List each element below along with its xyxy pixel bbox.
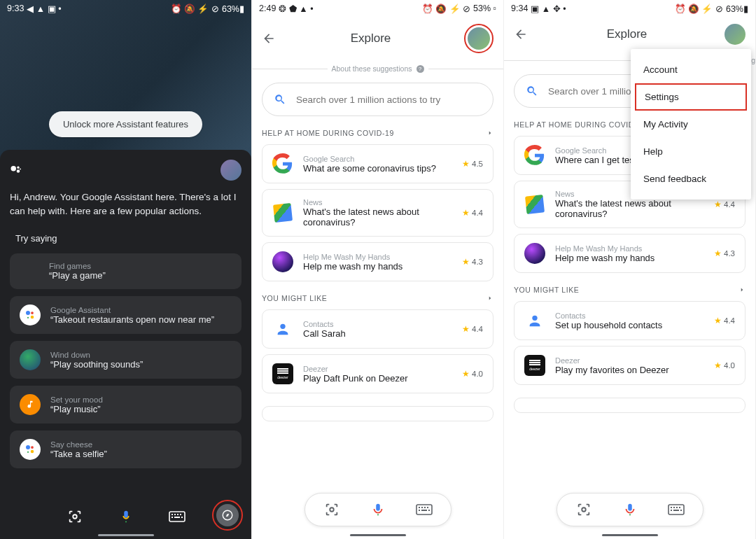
svg-point-22	[280, 324, 285, 329]
nav-handle[interactable]	[98, 534, 154, 536]
lens-button[interactable]	[65, 507, 85, 526]
search-icon	[274, 93, 286, 106]
back-button[interactable]	[514, 27, 529, 42]
card-category: Help Me Wash My Hands	[303, 253, 452, 261]
menu-item-settings-highlighted[interactable]: Settings	[635, 83, 747, 111]
status-icons-right: ⏰ 🔕 ⚡ ⊘	[422, 4, 470, 14]
card-rating: 4.4	[724, 200, 735, 209]
action-card[interactable]: deezer DeezerPlay my favorites on Deezer…	[514, 346, 746, 385]
suggestion-card[interactable]: Set your mood“Play music”	[10, 386, 241, 424]
suggestion-card[interactable]: Find games“Play a game”	[10, 253, 241, 289]
mic-button[interactable]	[620, 500, 640, 519]
svg-rect-20	[181, 517, 183, 518]
avatar[interactable]	[724, 24, 746, 45]
svg-rect-36	[673, 507, 675, 508]
nav-handle[interactable]	[602, 534, 658, 536]
contact-icon	[524, 310, 545, 331]
news-icon	[272, 202, 293, 223]
search-field[interactable]	[262, 83, 493, 116]
suggestion-card[interactable]: Wind down“Play soothing sounds”	[10, 341, 241, 379]
avatar-highlighted[interactable]	[464, 24, 493, 53]
deezer-icon: deezer	[524, 355, 545, 376]
chevron-right-icon[interactable]	[738, 286, 746, 293]
suggestion-query: “Play soothing sounds”	[50, 359, 143, 370]
suggestion-card[interactable]: Google Assistant“Takeout restaurants ope…	[10, 296, 241, 334]
action-card[interactable]: Help Me Wash My HandsHelp me wash my han…	[262, 242, 493, 281]
suggestion-category: Say cheese	[50, 440, 107, 449]
svg-rect-25	[419, 507, 420, 508]
svg-rect-30	[421, 510, 427, 511]
earth-icon	[20, 349, 41, 370]
svg-rect-18	[172, 517, 173, 518]
action-card[interactable]: Google SearchWhat are some coronavirus t…	[262, 144, 493, 183]
menu-item-send-feedback[interactable]: Send feedback	[631, 165, 751, 192]
keyboard-button[interactable]	[167, 507, 187, 526]
suggestions-hint[interactable]: About these suggestions?	[252, 64, 503, 73]
menu-item-my-activity[interactable]: My Activity	[631, 111, 751, 138]
card-rating: 4.3	[472, 258, 483, 266]
keyboard-button[interactable]	[666, 500, 686, 519]
suggestion-category: Google Assistant	[50, 306, 214, 314]
assistant-dots-icon	[20, 304, 41, 326]
svg-rect-28	[427, 507, 428, 508]
card-query: Call Sarah	[303, 328, 452, 339]
unlock-pill[interactable]: Unlock more Assistant features	[49, 111, 202, 137]
search-input[interactable]	[296, 94, 482, 105]
svg-rect-26	[421, 507, 423, 508]
card-rating: 4.4	[472, 209, 483, 217]
svg-point-23	[330, 507, 334, 512]
compass-icon	[216, 504, 239, 526]
assist-bottom-bar	[556, 493, 704, 526]
card-rating: 4.0	[724, 361, 735, 370]
card-rating: 4.4	[724, 316, 735, 325]
status-icons-right: ⏰ 🔕 ⚡ ⊘	[675, 4, 723, 14]
action-card[interactable]: deezer DeezerPlay Daft Punk on Deezer ★4…	[262, 354, 493, 393]
star-icon: ★	[714, 360, 722, 370]
card-rating: 4.0	[472, 370, 483, 378]
mic-button[interactable]	[368, 500, 388, 519]
suggestion-query: “Play music”	[50, 404, 103, 414]
menu-item-help[interactable]: Help	[631, 138, 751, 165]
menu-item-account[interactable]: Account	[631, 56, 751, 83]
status-icons-left: ▣ ▲ ✥ •	[531, 4, 566, 14]
svg-rect-29	[419, 510, 420, 511]
greeting-text: Hi, Andrew. Your Google Assistant here. …	[10, 190, 241, 218]
explore-button-highlighted[interactable]	[212, 500, 243, 531]
card-query: Play my favorites on Deezer	[555, 365, 704, 375]
svg-rect-37	[676, 507, 678, 508]
lens-button[interactable]	[574, 500, 594, 519]
card-category: Deezer	[555, 356, 704, 365]
mic-button[interactable]	[116, 507, 136, 526]
lens-button[interactable]	[322, 500, 342, 519]
try-saying-label: Try saying	[15, 233, 241, 244]
svg-point-2	[17, 169, 20, 173]
avatar[interactable]	[220, 160, 241, 181]
svg-point-12	[73, 514, 77, 519]
back-button[interactable]	[262, 31, 277, 46]
card-query: What are some coronavirus tips?	[303, 163, 452, 174]
star-icon: ★	[462, 324, 470, 334]
action-card[interactable]: ContactsSet up household contacts ★4.4	[514, 301, 746, 340]
star-icon: ★	[462, 208, 470, 218]
status-battery: 63%▮	[222, 4, 244, 14]
suggestion-category: Set your mood	[50, 396, 103, 404]
status-time: 2:49	[259, 4, 276, 13]
card-stub	[262, 406, 493, 421]
section-header: YOU MIGHT LIKE	[514, 286, 579, 294]
card-rating: 4.5	[472, 160, 483, 168]
svg-point-33	[582, 507, 586, 512]
action-card[interactable]: Help Me Wash My HandsHelp me wash my han…	[514, 234, 746, 273]
suggestion-card[interactable]: Say cheese“Take a selfie”	[10, 430, 241, 468]
action-card[interactable]: ContactsCall Sarah ★4.4	[262, 309, 493, 349]
status-bar: 2:49❂ ⬟ ▲ • ⏰ 🔕 ⚡ ⊘53% ▫	[252, 0, 503, 17]
news-icon	[524, 194, 545, 215]
chevron-right-icon[interactable]	[486, 295, 493, 302]
svg-point-4	[26, 311, 30, 315]
action-card[interactable]: NewsWhat's the latest news about coronav…	[262, 189, 493, 237]
help-icon: ?	[416, 65, 424, 73]
status-bar: 9:33 ◀ ▲ ▣ • ⏰ 🔕 ⚡ ⊘ 63%▮	[0, 0, 251, 17]
keyboard-button[interactable]	[414, 500, 434, 519]
assistant-sheet: Hi, Andrew. Your Google Assistant here. …	[0, 150, 251, 539]
nav-handle[interactable]	[350, 534, 406, 536]
chevron-right-icon[interactable]	[486, 130, 493, 136]
